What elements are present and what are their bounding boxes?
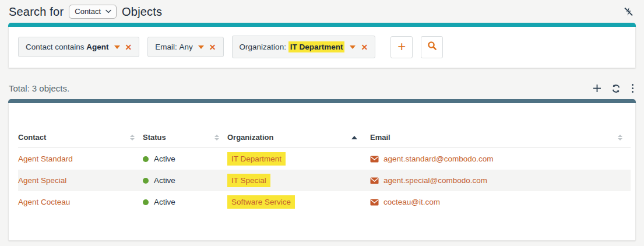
search-button[interactable]: [421, 36, 443, 58]
column-header-email[interactable]: Email: [370, 129, 631, 148]
envelope-icon: [370, 156, 379, 163]
refresh-icon[interactable]: [611, 84, 621, 93]
zap-off-icon[interactable]: [624, 7, 634, 16]
search-panel-body: Contact contains Agent ✕ Email: Any ✕ Or…: [8, 27, 636, 68]
remove-filter-icon[interactable]: ✕: [209, 43, 216, 51]
filter-chip-organization[interactable]: Organization: IT Department ✕: [232, 36, 376, 58]
page-title-prefix: Search for: [9, 5, 64, 19]
status-label: Active: [154, 198, 175, 206]
filter-field-label: Email:: [155, 43, 177, 51]
sort-icon[interactable]: [214, 135, 219, 140]
column-header-status[interactable]: Status: [143, 129, 227, 148]
envelope-icon: [370, 177, 379, 184]
contact-link[interactable]: Agent Cocteau: [18, 198, 70, 206]
magnifier-icon: [427, 41, 437, 53]
sort-asc-icon[interactable]: [351, 136, 357, 139]
table-row[interactable]: Agent Standard Active IT Department agen…: [18, 148, 631, 170]
email-link[interactable]: cocteau@it.com: [383, 198, 440, 206]
total-label: Total:: [9, 83, 30, 93]
chevron-down-icon[interactable]: [114, 45, 120, 49]
column-header-contact[interactable]: Contact: [18, 129, 143, 148]
results-panel-accent-bar: [8, 99, 636, 103]
filter-chip-contact[interactable]: Contact contains Agent ✕: [18, 37, 139, 57]
contact-link[interactable]: Agent Standard: [18, 154, 73, 163]
email-link[interactable]: agent.special@combodo.com: [383, 176, 487, 185]
filter-value: Agent: [86, 43, 108, 51]
table-row[interactable]: Agent Special Active IT Special agent.sp…: [18, 170, 631, 191]
chevron-down-icon[interactable]: [350, 45, 356, 49]
total-value: 3 objects.: [32, 83, 69, 93]
filter-field-label: Contact contains: [26, 43, 85, 51]
status-dot: [143, 178, 149, 184]
sort-icon[interactable]: [618, 135, 622, 140]
column-label: Email: [370, 133, 390, 142]
add-criterion-button[interactable]: +: [390, 36, 413, 58]
table-row[interactable]: Agent Cocteau Active Software Service co…: [18, 191, 631, 213]
page-header: Search for Contact Objects: [0, 0, 644, 23]
search-page: Search for Contact Objects Contact conta…: [0, 0, 644, 246]
class-select[interactable]: Contact: [69, 5, 117, 19]
results-actions: [593, 84, 635, 93]
kebab-menu-icon[interactable]: [631, 84, 635, 93]
email-link[interactable]: agent.standard@combodo.com: [383, 154, 494, 163]
contact-link[interactable]: Agent Special: [18, 176, 66, 185]
filter-value-highlighted: IT Department: [288, 41, 345, 52]
search-panel-accent-bar: [8, 23, 636, 27]
envelope-icon: [370, 199, 379, 206]
organization-link-highlighted[interactable]: IT Department: [227, 152, 286, 166]
status-label: Active: [154, 154, 175, 163]
status-dot: [143, 156, 149, 162]
class-select-value: Contact: [75, 7, 101, 16]
results-panel: Contact Status Organization Email: [8, 99, 636, 241]
results-panel-body: Contact Status Organization Email: [8, 103, 636, 241]
remove-filter-icon[interactable]: ✕: [125, 43, 132, 51]
column-header-organization[interactable]: Organization: [227, 129, 370, 148]
total-count: Total:3 objects.: [9, 83, 69, 93]
column-label: Organization: [227, 133, 273, 142]
plus-icon: +: [397, 40, 406, 54]
remove-filter-icon[interactable]: ✕: [361, 43, 368, 51]
filter-field-label: Organization:: [240, 43, 286, 51]
sort-icon[interactable]: [130, 135, 135, 140]
chevron-down-icon: [105, 9, 111, 13]
page-title-suffix: Objects: [122, 5, 162, 19]
filter-chip-email[interactable]: Email: Any ✕: [147, 37, 223, 57]
new-object-button[interactable]: [593, 84, 601, 93]
search-criteria-panel: Contact contains Agent ✕ Email: Any ✕ Or…: [8, 23, 636, 68]
status-dot: [143, 199, 149, 205]
organization-link-highlighted[interactable]: Software Service: [227, 195, 295, 209]
column-label: Contact: [18, 133, 46, 142]
results-table: Contact Status Organization Email: [18, 129, 631, 213]
column-label: Status: [143, 133, 166, 142]
status-label: Active: [154, 176, 175, 185]
results-toolbar: Total:3 objects.: [8, 68, 636, 99]
chevron-down-icon[interactable]: [198, 45, 204, 49]
table-header-row: Contact Status Organization Email: [18, 129, 631, 148]
filter-value: Any: [180, 43, 193, 51]
organization-link-highlighted[interactable]: IT Special: [227, 174, 270, 187]
